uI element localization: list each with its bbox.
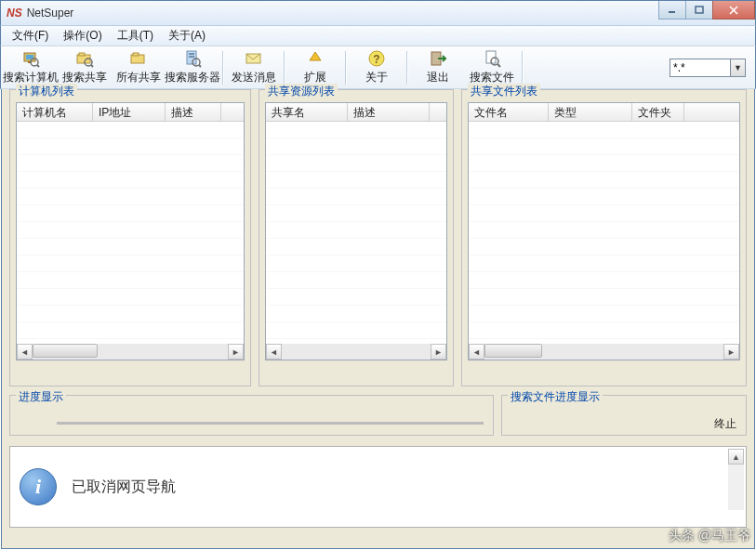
dropdown-icon[interactable]: ▼ xyxy=(731,59,746,77)
window-buttons xyxy=(659,1,755,20)
menu-tool[interactable]: 工具(T) xyxy=(110,26,161,46)
svg-line-27 xyxy=(497,64,500,67)
hscrollbar[interactable]: ◄ ► xyxy=(17,344,244,360)
message-panel: i 已取消网页导航 ▲ xyxy=(9,446,747,528)
col-type[interactable]: 类型 xyxy=(549,103,632,121)
message-text: 已取消网页导航 xyxy=(72,478,176,497)
tb-expand[interactable]: 扩展 xyxy=(289,48,341,87)
file-listview[interactable]: 文件名 类型 文件夹 ◄ ► xyxy=(468,102,740,360)
svg-line-12 xyxy=(91,65,93,67)
svg-rect-1 xyxy=(696,7,703,13)
tb-label: 搜索服务器 xyxy=(165,70,220,85)
scroll-thumb[interactable] xyxy=(484,344,542,358)
tb-all-share[interactable]: 所有共享 xyxy=(113,48,165,87)
group-title: 共享文件列表 xyxy=(468,84,540,99)
progress-group: 进度显示 xyxy=(9,395,494,436)
search-file-icon xyxy=(483,49,501,68)
search-share-icon xyxy=(75,49,94,68)
scroll-left-icon[interactable]: ◄ xyxy=(469,344,484,360)
menu-operate[interactable]: 操作(O) xyxy=(56,26,109,46)
computer-listview[interactable]: 计算机名 IP地址 描述 ◄ ► xyxy=(16,102,245,360)
tb-about[interactable]: ? 关于 xyxy=(351,48,403,87)
all-share-icon xyxy=(129,49,148,68)
maximize-button[interactable] xyxy=(685,1,713,20)
scroll-track[interactable] xyxy=(282,344,431,360)
client-area: 计算机列表 计算机名 IP地址 描述 ◄ ► 共享资源列表 共享名 xyxy=(1,89,755,549)
svg-rect-17 xyxy=(189,56,194,58)
computer-list-group: 计算机列表 计算机名 IP地址 描述 ◄ ► xyxy=(9,89,251,386)
group-title: 搜索文件进度显示 xyxy=(508,389,603,405)
group-title: 计算机列表 xyxy=(16,84,77,99)
tb-search-file[interactable]: 搜索文件 xyxy=(466,48,518,87)
minimize-button[interactable] xyxy=(658,1,686,20)
filter-combo[interactable]: ▼ xyxy=(670,59,746,77)
svg-rect-16 xyxy=(189,53,194,55)
menu-file[interactable]: 文件(F) xyxy=(5,26,56,46)
list-header: 共享名 描述 xyxy=(266,103,446,122)
share-file-group: 共享文件列表 文件名 类型 文件夹 ◄ ► xyxy=(461,89,747,386)
send-msg-icon xyxy=(245,49,263,68)
progress-bar xyxy=(57,422,484,425)
scroll-up-icon[interactable]: ▲ xyxy=(728,449,744,465)
title-bar: NS NetSuper xyxy=(0,0,756,26)
svg-marker-21 xyxy=(310,52,321,60)
search-server-icon xyxy=(183,49,202,68)
list-header: 计算机名 IP地址 描述 xyxy=(17,103,244,122)
col-share-name[interactable]: 共享名 xyxy=(266,103,348,121)
stop-button[interactable]: 终止 xyxy=(714,416,736,432)
file-progress-group: 搜索文件进度显示 终止 xyxy=(501,395,747,436)
toolbar-separator xyxy=(345,51,347,85)
scroll-track[interactable] xyxy=(484,344,723,360)
col-ip[interactable]: IP地址 xyxy=(93,103,166,121)
list-header: 文件名 类型 文件夹 xyxy=(469,103,739,122)
scroll-right-icon[interactable]: ► xyxy=(431,344,446,360)
col-file-name[interactable]: 文件名 xyxy=(469,103,549,121)
hscrollbar[interactable]: ◄ ► xyxy=(266,344,446,360)
filter-input[interactable] xyxy=(670,59,731,77)
tb-search-share[interactable]: 搜索共享 xyxy=(59,48,111,87)
app-logo: NS xyxy=(7,7,22,20)
menu-bar: 文件(F) 操作(O) 工具(T) 关于(A) xyxy=(0,26,756,46)
scroll-left-icon[interactable]: ◄ xyxy=(17,344,33,360)
share-listview[interactable]: 共享名 描述 ◄ ► xyxy=(265,102,447,360)
col-desc[interactable]: 描述 xyxy=(166,103,221,121)
tb-search-server[interactable]: 搜索服务器 xyxy=(166,48,219,87)
toolbar-separator xyxy=(406,51,408,85)
close-button[interactable] xyxy=(712,1,755,20)
vscrollbar[interactable]: ▲ xyxy=(728,449,744,510)
top-panels: 计算机列表 计算机名 IP地址 描述 ◄ ► 共享资源列表 共享名 xyxy=(9,89,747,386)
toolbar-separator xyxy=(522,51,524,85)
hscrollbar[interactable]: ◄ ► xyxy=(469,344,739,360)
group-title: 进度显示 xyxy=(16,389,66,405)
tb-label: 所有共享 xyxy=(116,70,161,85)
window-title: NetSuper xyxy=(27,7,74,20)
list-body[interactable] xyxy=(17,122,244,343)
scroll-right-icon[interactable]: ► xyxy=(723,344,739,360)
list-body[interactable] xyxy=(469,122,739,343)
col-desc[interactable]: 描述 xyxy=(348,103,430,121)
share-resource-group: 共享资源列表 共享名 描述 ◄ ► xyxy=(259,89,454,386)
tb-label: 退出 xyxy=(427,70,449,85)
expand-icon xyxy=(306,49,325,68)
svg-line-19 xyxy=(199,65,201,67)
tb-search-computer[interactable]: 搜索计算机 xyxy=(5,48,57,87)
menu-about[interactable]: 关于(A) xyxy=(161,26,213,46)
col-folder[interactable]: 文件夹 xyxy=(632,103,684,121)
scroll-right-icon[interactable]: ► xyxy=(228,344,244,360)
svg-rect-14 xyxy=(133,53,139,56)
col-computer-name[interactable]: 计算机名 xyxy=(17,103,93,121)
group-title: 共享资源列表 xyxy=(265,84,338,99)
tb-exit[interactable]: 退出 xyxy=(412,48,464,87)
list-body[interactable] xyxy=(266,122,446,343)
scroll-thumb[interactable] xyxy=(33,344,98,358)
scroll-track[interactable] xyxy=(33,344,228,360)
toolbar-separator xyxy=(284,51,285,85)
tb-label: 关于 xyxy=(365,70,388,85)
about-icon: ? xyxy=(367,49,386,68)
svg-text:?: ? xyxy=(373,53,379,66)
scroll-left-icon[interactable]: ◄ xyxy=(266,344,282,360)
toolbar-separator xyxy=(222,51,224,85)
svg-rect-10 xyxy=(79,53,85,56)
tb-send-msg[interactable]: 发送消息 xyxy=(228,48,280,87)
svg-line-8 xyxy=(37,65,39,67)
